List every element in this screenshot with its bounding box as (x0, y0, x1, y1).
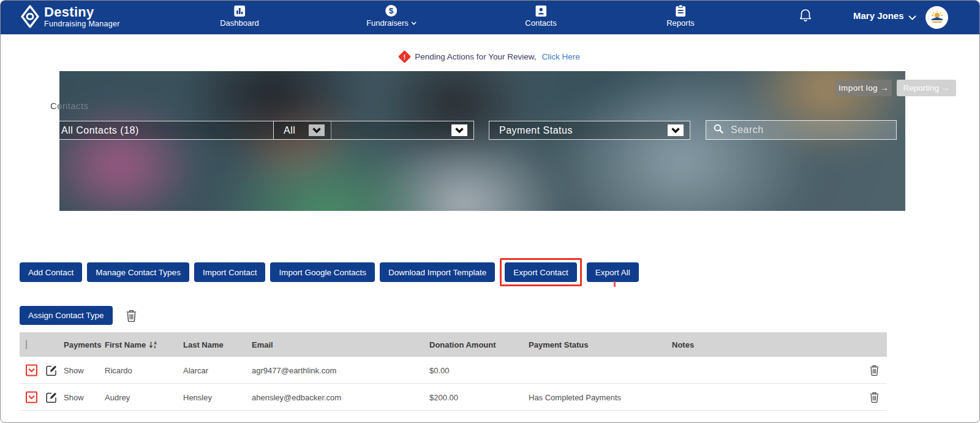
filter-value: All (284, 125, 295, 136)
col-notes[interactable]: Notes (672, 340, 694, 349)
school-logo-icon (929, 9, 946, 26)
import-google-contacts-button[interactable]: Import Google Contacts (270, 262, 375, 282)
hero-banner: All Contacts (18) All Payment Status Imp… (59, 71, 905, 211)
filter-value: Payment Status (499, 125, 573, 136)
nav-item-dashboard[interactable]: Dashboard (220, 5, 259, 28)
search-input[interactable] (731, 124, 878, 135)
contacts-toolbar: Add Contact Manage Contact Types Import … (20, 258, 639, 286)
edit-contact-icon[interactable] (46, 391, 58, 403)
type-filter-select[interactable]: All (273, 121, 474, 140)
col-last-name[interactable]: Last Name (183, 340, 224, 349)
pending-actions-link[interactable]: Click Here (541, 52, 579, 61)
col-first-name[interactable]: First NameAz (105, 340, 157, 349)
table-header: Payments First NameAz Last Name Email Do… (20, 332, 887, 357)
contacts-table: Payments First NameAz Last Name Email Do… (20, 332, 887, 411)
cell-email: agr9477@earthlink.com (252, 365, 336, 375)
cell-first-name: Ricardo (105, 365, 132, 375)
contact-card-icon (535, 5, 546, 17)
cell-last-name: Alarcar (183, 365, 208, 375)
user-name[interactable]: Mary Jones (853, 10, 904, 21)
top-navbar: Destiny Fundraising Manager Dashboard $ … (1, 1, 979, 34)
bulk-delete-trash-icon[interactable] (126, 310, 137, 322)
add-contact-button[interactable]: Add Contact (20, 262, 82, 282)
row-checkbox[interactable] (26, 364, 37, 376)
nav-label: Fundraisers (366, 18, 409, 28)
user-menu-chevron-icon[interactable] (908, 12, 916, 23)
nav-item-fundraisers[interactable]: $ Fundraisers (366, 5, 417, 28)
nav-item-reports[interactable]: Reports (666, 5, 695, 28)
destiny-logo-icon (21, 5, 39, 28)
show-payments-link[interactable]: Show (64, 365, 84, 375)
page-title: Contacts (50, 101, 88, 111)
brand-title: Destiny (44, 6, 120, 19)
search-icon (714, 124, 723, 136)
import-contact-button[interactable]: Import Contact (194, 262, 266, 282)
alert-icon: ! (398, 50, 411, 63)
col-email[interactable]: Email (252, 340, 273, 349)
contacts-page: Destiny Fundraising Manager Dashboard $ … (0, 0, 980, 423)
assign-contact-type-button[interactable]: Assign Contact Type (20, 306, 113, 325)
delete-row-trash-icon[interactable] (870, 365, 879, 376)
search-box (706, 120, 897, 140)
cell-payment-status: Has Completed Payments (529, 392, 621, 402)
table-row: Show Audrey Hensley ahensley@edbacker.co… (20, 384, 887, 411)
pending-actions-banner: ! Pending Actions for Your Review, Click… (1, 52, 979, 61)
nav-item-contacts[interactable]: Contacts (525, 5, 556, 28)
download-import-template-button[interactable]: Download Import Template (380, 262, 495, 282)
export-all-button[interactable]: Export All (587, 262, 639, 282)
bar-chart-icon (234, 5, 245, 17)
sort-icon: Az (149, 341, 157, 349)
export-contact-highlight: Export Contact (500, 258, 581, 286)
cell-last-name: Hensley (183, 392, 212, 402)
cell-first-name: Audrey (105, 392, 130, 402)
nav-label: Contacts (525, 18, 556, 28)
select-chevron-icon (668, 124, 684, 136)
delete-row-trash-icon[interactable] (870, 392, 879, 403)
table-row: Show Ricardo Alarcar agr9477@earthlink.c… (20, 357, 887, 384)
chevron-down-icon (411, 21, 417, 25)
manage-contact-types-button[interactable]: Manage Contact Types (87, 262, 189, 282)
notifications-bell-icon[interactable] (799, 9, 812, 25)
nav-label: Dashboard (220, 18, 259, 28)
export-contact-button[interactable]: Export Contact (505, 262, 576, 282)
brand-subtitle: Fundraising Manager (44, 20, 120, 28)
import-log-button[interactable]: Import log → (835, 80, 892, 96)
select-chevron-icon (451, 124, 467, 136)
cell-donation-amount: $200.00 (429, 392, 458, 402)
pending-actions-text: Pending Actions for Your Review, (415, 52, 536, 61)
filter-value: All Contacts (18) (61, 125, 139, 136)
clipboard-icon (676, 5, 685, 17)
cell-donation-amount: $0.00 (429, 365, 450, 375)
reporting-button[interactable]: Reporting → (897, 80, 956, 96)
col-donation-amount[interactable]: Donation Amount (429, 340, 496, 349)
edit-contact-icon[interactable] (46, 364, 58, 376)
col-payment-status[interactable]: Payment Status (529, 340, 589, 349)
payment-status-filter-select[interactable]: Payment Status (489, 121, 690, 140)
row-checkbox[interactable] (26, 391, 37, 403)
bulk-actions-row: Assign Contact Type (20, 306, 137, 325)
brand-logo[interactable]: Destiny Fundraising Manager (21, 5, 120, 28)
col-payments: Payments (64, 340, 101, 349)
text-cursor-mark (614, 281, 616, 287)
cell-email: ahensley@edbacker.com (252, 392, 341, 402)
dollar-circle-icon: $ (385, 5, 397, 17)
svg-text:$: $ (389, 6, 394, 15)
select-all-checkbox[interactable] (26, 340, 27, 350)
user-avatar[interactable] (925, 6, 948, 29)
nav-label: Reports (666, 18, 695, 28)
show-payments-link[interactable]: Show (64, 392, 84, 402)
